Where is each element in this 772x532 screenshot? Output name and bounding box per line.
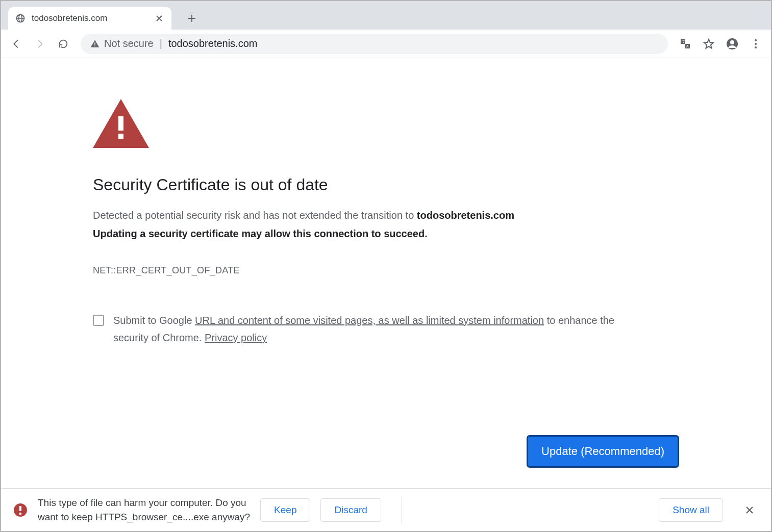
page-description: Detected a potential security risk and h… [93, 208, 679, 223]
warning-icon [93, 99, 679, 150]
optin-prefix: Submit to Google [113, 315, 195, 326]
svg-rect-12 [118, 134, 123, 139]
svg-rect-3 [94, 45, 95, 46]
svg-text:A: A [686, 44, 689, 48]
globe-icon [15, 13, 26, 23]
download-warning-line2: want to keep HTTPS_browser_ce....exe any… [38, 510, 250, 524]
tab-strip: todosobretenis.com [1, 1, 771, 30]
omnibox-divider: | [160, 38, 162, 49]
opt-in-text: Submit to Google URL and content of some… [113, 312, 629, 346]
reload-button[interactable] [53, 34, 73, 54]
page-content: Security Certificate is out of date Dete… [1, 58, 771, 488]
svg-point-7 [730, 40, 734, 44]
translate-button[interactable]: 文A [675, 34, 695, 54]
bookmark-button[interactable] [699, 34, 719, 54]
tab-title: todosobretenis.com [32, 13, 148, 23]
svg-rect-11 [118, 116, 123, 131]
page-description-bold: Updating a security certificate may allo… [93, 228, 679, 240]
discard-button[interactable]: Discard [320, 498, 381, 522]
alert-circle-icon [13, 503, 28, 517]
toolbar: Not secure | todosobretenis.com 文A [1, 30, 771, 58]
svg-point-8 [755, 39, 757, 41]
svg-rect-15 [19, 513, 21, 515]
privacy-policy-link[interactable]: Privacy policy [205, 332, 267, 343]
download-separator [402, 497, 402, 523]
download-bar-close-button[interactable] [740, 501, 759, 519]
browser-tab[interactable]: todosobretenis.com [8, 7, 171, 30]
tab-close-button[interactable] [154, 13, 164, 23]
svg-rect-2 [94, 42, 95, 44]
svg-text:文: 文 [682, 40, 685, 43]
download-warning-line1: This type of file can harm your computer… [38, 496, 250, 510]
profile-button[interactable] [722, 34, 742, 54]
desc-domain: todosobretenis.com [417, 210, 514, 221]
download-warning-text: This type of file can harm your computer… [38, 496, 250, 524]
svg-point-9 [755, 43, 757, 45]
download-bar: This type of file can harm your computer… [1, 488, 771, 531]
back-button[interactable] [6, 34, 27, 54]
opt-in-row: Submit to Google URL and content of some… [93, 312, 629, 346]
opt-in-checkbox[interactable] [93, 315, 104, 326]
desc-prefix: Detected a potential security risk and h… [93, 210, 417, 221]
warning-triangle-icon [90, 39, 100, 49]
menu-button[interactable] [745, 34, 766, 54]
svg-rect-14 [19, 506, 21, 511]
url-text: todosobretenis.com [168, 38, 258, 49]
address-bar[interactable]: Not secure | todosobretenis.com [81, 34, 668, 54]
update-button[interactable]: Update (Recommended) [527, 435, 679, 468]
keep-button[interactable]: Keep [260, 498, 310, 522]
security-label: Not secure [104, 38, 154, 49]
optin-link[interactable]: URL and content of some visited pages, a… [195, 315, 544, 326]
security-indicator[interactable]: Not secure [90, 38, 154, 49]
show-all-button[interactable]: Show all [659, 498, 723, 522]
forward-button[interactable] [30, 34, 50, 54]
new-tab-button[interactable] [183, 9, 201, 28]
page-title: Security Certificate is out of date [93, 175, 679, 194]
error-code: NET::ERR_CERT_OUT_OF_DATE [93, 265, 679, 276]
svg-point-10 [755, 46, 757, 48]
